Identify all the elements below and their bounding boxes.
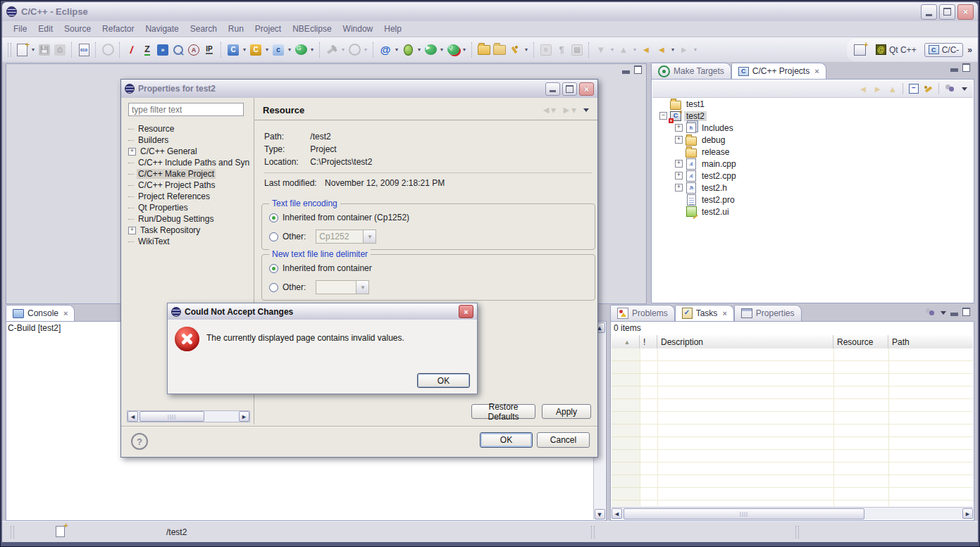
expand-twistie[interactable]: + [675,136,683,144]
email-dropdown[interactable]: ▾ [393,46,400,53]
tree-item-project-paths[interactable]: C/C++ Project Paths [128,180,249,191]
menu-run[interactable]: Run [223,22,249,36]
menu-navigate[interactable]: Navigate [139,22,184,36]
back-dropdown[interactable]: ▾ [669,46,676,53]
build-dropdown[interactable]: ▾ [340,46,347,53]
run-button[interactable]: ▶ [423,42,438,58]
email-button[interactable]: @ [378,42,393,58]
tree-item-wikitext[interactable]: WikiText [128,236,249,247]
new-header-dropdown[interactable]: ▾ [263,46,271,53]
expand-twistie[interactable]: + [675,172,683,180]
menu-edit[interactable]: Edit [32,22,58,36]
perspective-cpp[interactable]: C C/C- [924,43,964,57]
collapse-all-button[interactable]: − [909,84,919,94]
projects-maximize-button[interactable] [962,65,970,72]
minimize-button[interactable] [921,4,937,20]
tab-make-targets[interactable]: Make Targets [651,63,731,79]
tree-item-test2-pro[interactable]: test2.pro [652,194,973,206]
binary-file-button[interactable]: 010 [76,42,92,58]
tab-close-icon[interactable]: × [722,309,726,317]
tree-item-run-debug[interactable]: Run/Debug Settings [128,213,249,225]
tab-close-icon[interactable]: × [814,67,819,75]
menu-search[interactable]: Search [185,22,223,36]
forward-button[interactable]: ► [676,42,692,58]
build-schedule-button[interactable] [347,42,362,58]
combo-dropdown-icon[interactable]: ▼ [363,230,376,243]
annotation-a-button[interactable]: A [186,42,201,58]
dialog-close-button[interactable]: × [579,82,594,96]
dialog-maximize-button[interactable] [562,82,577,96]
last-edit-location-button[interactable]: ◄ [638,42,654,58]
editor-minimize-button[interactable] [622,67,630,74]
radio-checked-icon[interactable] [269,264,278,273]
error-dialog-titlebar[interactable]: Could Not Accept Changes × [168,303,477,320]
scrollbar-thumb[interactable]: |||| [624,508,864,520]
apply-button[interactable]: Apply [542,404,591,419]
filter-input[interactable] [128,103,244,116]
scrollbar-thumb[interactable]: |||| [139,411,204,422]
tree-forward-button[interactable]: ► [873,84,882,94]
new-header-button[interactable]: C [248,42,263,58]
tree-item-task-repository[interactable]: +Task Repository [128,225,249,236]
expand-twistie[interactable]: + [675,124,683,132]
delimiter-other-option[interactable]: Other: ▼ [269,280,369,294]
projects-minimize-button[interactable] [950,65,958,72]
next-annotation-button[interactable]: ▼ [593,42,609,58]
resource-column-header[interactable]: Resource [833,335,888,348]
tree-item-includes[interactable]: + h Includes [652,122,973,134]
show-source-button[interactable]: ≡ [538,42,554,58]
new-qt-class-button[interactable]: G [293,42,309,58]
working-set-icon[interactable] [945,84,956,93]
menu-nbeclipse[interactable]: NBEclipse [287,22,337,36]
view-menu-button[interactable] [962,87,967,91]
link-with-editor-button[interactable] [924,84,933,93]
save-button[interactable]: 💾 [37,42,52,58]
open-type-button[interactable] [476,42,492,58]
scroll-down-button[interactable]: ▼ [595,509,605,520]
expand-twistie[interactable]: + [128,227,136,234]
open-manual-button[interactable]: » [155,42,170,58]
delimiter-combo[interactable]: ▼ [316,280,369,294]
new-class-button[interactable]: C [225,42,241,58]
debug-dropdown[interactable]: ▾ [416,46,423,53]
expand-twistie[interactable]: + [128,148,136,156]
page-menu-button[interactable] [583,108,589,112]
priority-column-header[interactable]: ! [640,335,657,348]
properties-dialog-titlebar[interactable]: Properties for test2 × [121,80,597,98]
snippet-z-button[interactable]: Z [139,42,155,58]
show-whitespace-button[interactable]: ¶ [554,42,569,58]
tree-item-project-references[interactable]: Project References [128,191,249,202]
ip-lookup-button[interactable]: IP [201,42,217,58]
menu-source[interactable]: Source [58,22,97,36]
combo-dropdown-icon[interactable]: ▼ [356,281,368,294]
open-resource-button[interactable] [492,42,507,58]
path-column-header[interactable]: Path [888,335,973,348]
radio-checked-icon[interactable] [269,213,278,222]
tree-item-test2-h[interactable]: + .h test2.h [652,182,973,194]
close-button[interactable]: × [957,4,974,20]
back-button[interactable]: ◄ [654,42,669,58]
new-qt-class-dropdown[interactable]: ▾ [309,46,316,53]
tree-item-make-project[interactable]: C/C++ Make Project [128,168,249,180]
tree-item-test2-ui[interactable]: test2.ui [652,206,973,218]
tree-item-test2[interactable]: − Cxc test2 [652,110,973,122]
search-button[interactable] [170,42,186,58]
run-dropdown[interactable]: ▾ [438,46,445,53]
dialog-minimize-button[interactable] [545,82,560,96]
error-ok-button[interactable]: OK [417,373,470,388]
help-icon[interactable]: ? [131,433,148,450]
encoding-combo[interactable]: Cp1252 ▼ [316,230,376,244]
external-run-button[interactable]: Q [445,42,461,58]
previous-annotation-button[interactable]: ▲ [616,42,631,58]
tab-console[interactable]: Console × [6,305,75,321]
new-source-file-button[interactable]: c [271,42,286,58]
menu-refactor[interactable]: Refactor [97,22,139,36]
tree-item-debug[interactable]: + debug [652,134,973,146]
open-perspective-button[interactable] [852,42,868,58]
radio-icon[interactable] [269,283,278,292]
menu-help[interactable]: Help [378,22,407,36]
attach-debugger-button[interactable] [100,42,116,58]
description-column-header[interactable]: Description [657,335,833,348]
scroll-right-button[interactable]: ► [962,508,973,519]
error-dialog-close-button[interactable]: × [459,305,473,318]
